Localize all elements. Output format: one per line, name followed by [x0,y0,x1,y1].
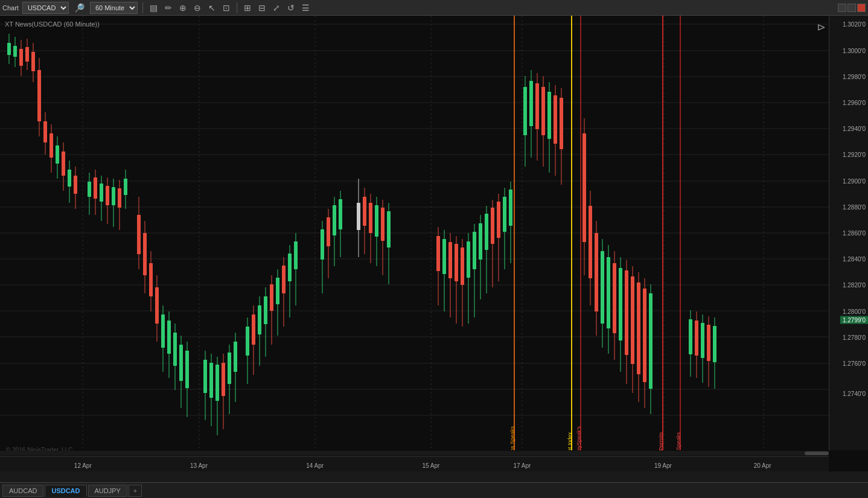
svg-rect-85 [203,360,207,393]
tab-usdcad[interactable]: USDCAD [45,485,86,497]
svg-rect-39 [37,70,41,121]
price-label: 1.2740'0 [843,391,866,397]
svg-rect-59 [106,186,109,205]
top-bar: Chart USDCAD AUDCAD AUDJPY 🔎 60 Minute 1… [0,0,868,16]
svg-rect-83 [185,351,189,388]
refresh-icon[interactable]: ↺ [286,3,296,13]
price-label: 1.2940'0 [843,126,866,132]
svg-text:Building Permits: Building Permits [658,432,664,450]
svg-rect-41 [43,121,47,142]
snapshot-icon[interactable]: ⊡ [221,3,232,13]
svg-rect-69 [143,233,147,275]
horizontal-scrollbar[interactable] [0,451,829,456]
svg-rect-51 [74,176,77,194]
bar-type-icon[interactable]: ▤ [148,3,159,13]
price-label: 1.2800'0 [843,308,866,314]
price-label: 1.2920'0 [843,152,866,158]
chart-menu-button[interactable]: Chart [2,4,19,11]
svg-rect-129 [375,205,378,237]
svg-rect-149 [479,223,482,260]
scroll-thumb[interactable] [805,452,829,455]
price-label: 1.2820'0 [843,282,866,289]
svg-rect-193 [637,283,640,374]
svg-rect-75 [161,314,165,348]
svg-rect-139 [448,242,452,278]
svg-rect-207 [713,326,716,362]
add-tab-button[interactable]: + [129,485,142,497]
svg-rect-119 [333,205,336,235]
maximize-button[interactable] [847,4,856,12]
svg-rect-107 [276,278,279,304]
svg-rect-195 [643,289,646,382]
time-label: 19 Apr [654,462,672,469]
current-price-badge: 1.2799'0 [840,316,868,324]
pin-icon[interactable]: ⊳ [817,21,826,34]
svg-rect-205 [707,325,710,361]
svg-rect-67 [137,215,141,254]
svg-rect-191 [631,276,634,364]
svg-rect-161 [523,87,527,135]
svg-rect-183 [607,257,610,328]
time-axis: 12 Apr 13 Apr 14 Apr 15 Apr 17 Apr 19 Ap… [0,456,829,471]
svg-rect-123 [357,203,360,230]
price-label: 1.3020'0 [843,21,866,28]
connect-icon[interactable]: ⤢ [271,3,282,13]
svg-rect-99 [252,314,255,345]
svg-rect-117 [327,217,330,246]
timeframe-selector[interactable]: 60 Minute 1 Minute 5 Minute 15 Minute Da… [90,2,138,14]
svg-rect-167 [541,87,545,135]
time-label: 15 Apr [422,462,439,469]
svg-rect-155 [497,202,500,238]
overlay-icon[interactable]: ⊟ [257,3,267,13]
svg-rect-169 [547,92,551,139]
svg-rect-177 [589,206,592,278]
svg-rect-43 [49,133,53,158]
close-button[interactable] [857,4,866,12]
svg-rect-29 [7,43,11,55]
svg-text:BOC Gov Poloz Speaks: BOC Gov Poloz Speaks [675,432,681,450]
price-label: 1.2840'0 [843,256,866,263]
tab-audjpy[interactable]: AUDJPY [88,485,127,497]
price-label: 1.3000'0 [843,47,866,54]
menu-icon[interactable]: ☰ [300,3,311,13]
svg-rect-115 [321,229,324,260]
zoom-in-icon[interactable]: ⊕ [177,3,188,13]
svg-rect-49 [68,170,71,187]
svg-rect-63 [118,188,121,208]
price-label: 1.2980'0 [843,73,866,80]
svg-rect-137 [442,239,446,274]
price-axis: 1.3020'0 1.3000'0 1.2980'0 1.2960'0 1.29… [829,16,868,450]
indicators-icon[interactable]: ⊞ [242,3,253,13]
svg-rect-145 [467,241,470,278]
svg-rect-57 [100,184,103,202]
candlestick-chart: Gov Council Member Wilkins Speaks NAHB H… [0,16,829,450]
zoom-out-icon[interactable]: ⊖ [192,3,203,13]
svg-rect-77 [167,321,171,354]
symbol-selector[interactable]: USDCAD AUDCAD AUDJPY [22,2,69,14]
svg-rect-33 [19,49,23,66]
svg-rect-61 [112,187,115,205]
svg-text:NAHB Housing Market Index: NAHB Housing Market Index [567,432,573,450]
time-label: 20 Apr [754,462,771,469]
separator-1 [142,2,143,13]
tab-audcad[interactable]: AUDCAD [2,485,43,497]
time-label: 17 Apr [514,462,531,469]
svg-rect-71 [149,263,153,296]
svg-rect-201 [695,321,698,356]
svg-rect-173 [560,98,563,149]
minimize-button[interactable] [838,4,846,12]
svg-rect-121 [339,199,342,229]
svg-rect-151 [485,214,488,250]
svg-rect-81 [179,345,183,381]
svg-rect-47 [62,152,65,176]
svg-rect-133 [387,211,391,247]
price-label: 1.2880'0 [843,203,866,210]
svg-rect-65 [124,179,127,195]
svg-rect-91 [222,363,225,396]
svg-rect-87 [209,363,213,398]
draw-icon[interactable]: ✏ [163,3,174,13]
svg-rect-89 [215,365,219,401]
pointer-icon[interactable]: ↖ [206,3,217,13]
svg-rect-93 [228,353,231,384]
search-icon[interactable]: 🔎 [72,3,86,13]
